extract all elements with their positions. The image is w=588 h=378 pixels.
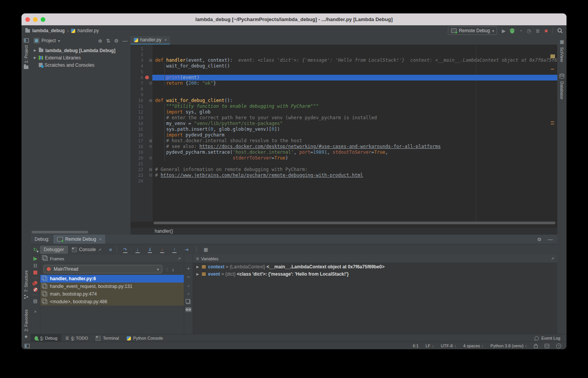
step-over-button[interactable]: ↷: [122, 247, 128, 252]
expand-arrow-icon[interactable]: ▶: [33, 49, 37, 52]
float-panel-icon[interactable]: ↗: [178, 256, 181, 261]
tree-item[interactable]: ▶lambda_debug [Lambda Debug]: [31, 47, 130, 54]
tool-window-tab-pythonconsole[interactable]: Python Console: [123, 334, 167, 342]
frames-row[interactable]: <module>, bootstrap.py:486: [40, 298, 184, 306]
force-step-into-button[interactable]: ↓: [159, 247, 165, 252]
chevron-down-icon[interactable]: ▾: [58, 39, 60, 43]
stop-button[interactable]: ■: [545, 28, 548, 33]
lock-icon[interactable]: [534, 345, 538, 348]
title-bar[interactable]: lambda_debug [~/PycharmProjects/lambda_d…: [21, 13, 567, 25]
gutter[interactable]: 24: [130, 178, 152, 184]
fold-marker-icon[interactable]: [149, 168, 152, 171]
fold-marker-icon[interactable]: [149, 59, 152, 62]
expand-arrow-icon[interactable]: ▶: [33, 56, 37, 59]
error-stripe-thumb[interactable]: [550, 54, 555, 58]
gutter[interactable]: 18: [130, 144, 152, 150]
favorites-tool-button[interactable]: 2: Favorites: [24, 309, 28, 331]
status-item[interactable]: 6:1: [413, 343, 418, 348]
project-hscrollbar[interactable]: [31, 231, 88, 233]
gutter[interactable]: 21: [130, 161, 152, 167]
status-item[interactable]: UTF-8↕: [441, 343, 456, 348]
gutter[interactable]: 14: [130, 121, 152, 127]
editor-tab[interactable]: handler.py ×: [130, 36, 170, 44]
layout-settings-icon[interactable]: ≡: [109, 247, 112, 253]
view-breakpoints-button[interactable]: [34, 281, 37, 284]
minimize-window-button[interactable]: [33, 17, 38, 22]
tool-window-tab-debug[interactable]: 5: Debug: [31, 334, 61, 342]
gutter[interactable]: 17: [130, 138, 152, 144]
update-question-icon[interactable]: ?: [556, 343, 561, 348]
tree-item[interactable]: Scratches and Consoles: [31, 61, 130, 69]
gutter[interactable]: 20: [130, 155, 152, 161]
variables-menu-icon[interactable]: ≡: [196, 256, 199, 261]
thread-selector[interactable]: MainThread ▾: [43, 265, 162, 273]
close-tab-icon[interactable]: ×: [164, 38, 167, 42]
collapse-all-button[interactable]: ⇅: [106, 38, 110, 44]
fold-marker-icon[interactable]: [149, 174, 152, 177]
notifications-icon[interactable]: [545, 344, 549, 348]
stop-debug-button[interactable]: [33, 271, 37, 274]
project-panel-title[interactable]: Project: [41, 38, 56, 43]
pause-button[interactable]: [34, 264, 37, 268]
float-panel-icon[interactable]: ↗: [551, 256, 554, 261]
gutter[interactable]: 12: [130, 109, 152, 115]
rerun-button[interactable]: ↻: [33, 247, 38, 252]
event-log-button[interactable]: Event Log: [535, 336, 567, 340]
gutter[interactable]: 9: [130, 92, 152, 98]
error-stripe-mark[interactable]: [551, 69, 554, 70]
step-into-button[interactable]: ↓: [135, 247, 140, 252]
coverage-button[interactable]: ◔: [519, 28, 522, 33]
project-settings-button[interactable]: ⚙: [114, 38, 119, 44]
error-stripe-mark[interactable]: [551, 123, 554, 125]
resume-button[interactable]: ▶: [33, 257, 38, 261]
console-pin-icon[interactable]: ↗: [98, 248, 101, 252]
gutter[interactable]: 15: [130, 127, 152, 132]
fold-marker-icon[interactable]: [149, 145, 152, 148]
previous-frame-button[interactable]: ↑: [166, 266, 168, 272]
hide-debug-button[interactable]: —: [548, 237, 553, 242]
frames-row[interactable]: handler, handler.py:6: [40, 275, 184, 283]
fold-marker-icon[interactable]: [149, 140, 152, 142]
expand-arrow-icon[interactable]: ▶: [196, 272, 200, 276]
sciview-tool-button[interactable]: SciView: [560, 47, 564, 62]
evaluate-expression-button[interactable]: ▦: [203, 247, 209, 252]
breakpoint-icon[interactable]: [145, 76, 149, 79]
gutter[interactable]: 23: [130, 173, 152, 178]
breadcrumb-project[interactable]: lambda_debug: [32, 28, 65, 33]
tab-debugger[interactable]: Debugger: [40, 246, 68, 254]
gutter[interactable]: 22: [130, 167, 152, 173]
gutter[interactable]: 7: [130, 81, 152, 86]
add-watch-button[interactable]: +: [187, 266, 190, 271]
fold-marker-icon[interactable]: [149, 99, 152, 102]
move-watch-down-button[interactable]: ▼: [187, 291, 190, 297]
gutter[interactable]: 6: [130, 75, 152, 81]
frames-row[interactable]: main, bootstrap.py:474: [40, 290, 184, 298]
search-everywhere-icon[interactable]: [557, 28, 563, 33]
error-stripe-mark[interactable]: [551, 121, 554, 122]
gutter[interactable]: 8: [130, 86, 152, 92]
locate-file-button[interactable]: ⊕: [98, 38, 102, 44]
more-actions-button[interactable]: »: [34, 309, 36, 314]
variable-row[interactable]: ▶event = {dict} <class 'dict'>: {'messag…: [193, 270, 557, 278]
frames-row[interactable]: handle_event_request, bootstrap.py:131: [40, 283, 184, 290]
breadcrumb-file[interactable]: handler.py: [78, 28, 99, 33]
gutter[interactable]: 4: [130, 63, 152, 69]
restore-layout-button[interactable]: ▤: [33, 298, 37, 304]
run-config-selector[interactable]: Remote Debug ▾: [448, 26, 497, 35]
status-item[interactable]: LF↕: [426, 343, 434, 348]
profiler-button[interactable]: ◷: [527, 28, 531, 33]
duplicate-watch-icon[interactable]: [187, 300, 190, 304]
gutter[interactable]: 19: [130, 150, 152, 155]
fold-marker-icon[interactable]: [149, 157, 152, 159]
run-to-cursor-button[interactable]: ⇥: [184, 247, 190, 252]
expand-arrow-icon[interactable]: ▶: [196, 265, 200, 269]
next-frame-button[interactable]: ↓: [172, 266, 175, 272]
gutter[interactable]: 10: [130, 98, 152, 104]
run-button[interactable]: ▶: [502, 28, 505, 33]
debug-session-tab[interactable]: Remote Debug ×: [53, 235, 106, 244]
status-item[interactable]: 4 spaces↕: [463, 343, 484, 348]
gutter[interactable]: 13: [130, 115, 152, 121]
hide-panel-button[interactable]: —: [122, 38, 127, 44]
tool-window-tab-todo[interactable]: ≣6: TODO: [61, 334, 92, 342]
structure-tool-button[interactable]: 7: Structure: [24, 270, 28, 292]
